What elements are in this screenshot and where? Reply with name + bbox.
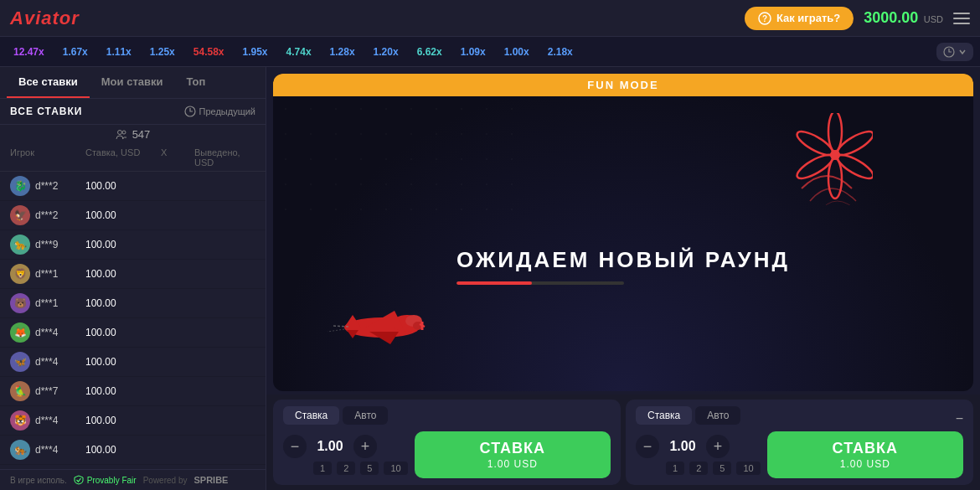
tab-top[interactable]: Топ: [174, 67, 217, 98]
bets-list: 🐉 d***2 100.00 🦅 d***2 100.00 🐆 d***9 10…: [0, 172, 266, 469]
user-count-value: 547: [132, 128, 151, 141]
player-name: d***4: [35, 356, 58, 368]
quick-3-1[interactable]: 5: [360, 462, 379, 475]
col-bet: Ставка, USD: [85, 147, 161, 168]
header-right: ? Как играть? 3000.00 USD: [745, 7, 970, 30]
player-name: d***4: [35, 327, 58, 338]
mult-item-12[interactable]: 1.00x: [498, 44, 536, 60]
minus-btn-2[interactable]: −: [636, 435, 659, 458]
player-cell: 🐯 d***4: [10, 410, 85, 431]
bet-panel-2-bottom: − 1.00 + 1 2 5 10 СТАВКА 1.00 U: [636, 431, 963, 478]
quick-1-1[interactable]: 1: [313, 462, 332, 475]
player-name: d***2: [35, 180, 58, 192]
quick-3-2[interactable]: 5: [713, 462, 731, 475]
player-cell: 🐅 d***4: [10, 440, 85, 460]
col-x: X: [161, 147, 194, 168]
chevron-down-icon: [958, 48, 967, 56]
svg-point-5: [122, 131, 126, 134]
avatar: 🦋: [10, 352, 30, 372]
remove-panel-btn[interactable]: −: [956, 411, 963, 426]
bet-tab-2-auto[interactable]: Авто: [695, 406, 740, 425]
player-cell: 🦅 d***2: [10, 205, 85, 225]
mult-item-13[interactable]: 2.18x: [541, 44, 580, 60]
bet-tab-2-bet[interactable]: Ставка: [636, 406, 692, 425]
waiting-section: ОЖИДАЕМ НОВЫЙ РАУНД: [456, 230, 790, 285]
table-row: 🐻 d***1 100.00: [0, 289, 266, 318]
stake-label-2: СТАВКА: [767, 440, 963, 458]
table-row: 🐯 d***4 100.00: [0, 406, 266, 436]
game-area: ОЖИДАЕМ НОВЫЙ РАУНД: [273, 96, 973, 385]
player-name: d***4: [35, 415, 58, 426]
progress-fill: [456, 281, 532, 285]
mult-item-6[interactable]: 1.95x: [236, 44, 275, 60]
stake-amount-2: 1.00 USD: [767, 458, 963, 470]
avatar: 🦁: [10, 264, 30, 284]
bet-panel-1: Ставка Авто − 1.00 + 1 2 5: [273, 400, 621, 485]
bet-tab-1-auto[interactable]: Авто: [343, 406, 388, 425]
how-to-play-button[interactable]: ? Как играть?: [745, 7, 854, 30]
bet-panel-2-tabs: Ставка Авто: [636, 406, 740, 425]
panel-title: ВСЕ СТАВКИ: [10, 106, 82, 117]
avatar: 🦜: [10, 381, 30, 401]
tab-my-bets[interactable]: Мои ставки: [90, 67, 175, 98]
player-cell: 🦜 d***7: [10, 381, 85, 401]
col-player: Игрок: [10, 147, 85, 168]
player-cell: 🦋 d***4: [10, 352, 85, 372]
player-name: d***4: [35, 444, 58, 456]
quick-4-1[interactable]: 10: [384, 462, 407, 475]
bet-tab-1-bet[interactable]: Ставка: [283, 406, 339, 425]
mult-item-9[interactable]: 1.20x: [367, 44, 405, 60]
player-cell: 🦁 d***1: [10, 264, 85, 284]
mult-item-4[interactable]: 1.25x: [143, 44, 182, 60]
player-cell: 🐉 d***2: [10, 176, 85, 196]
table-row: 🦁 d***1 100.00: [0, 260, 266, 289]
stepper-2: − 1.00 +: [636, 435, 761, 458]
stake-button-2[interactable]: СТАВКА 1.00 USD: [767, 431, 963, 478]
bet-panel-1-tabs: Ставка Авто: [283, 406, 611, 425]
quick-2-1[interactable]: 2: [337, 462, 355, 475]
mult-item-8[interactable]: 1.28x: [323, 44, 362, 60]
col-withdrawn: Выведено, USD: [194, 147, 255, 168]
avatar: 🐆: [10, 235, 30, 255]
history-button[interactable]: [936, 43, 973, 61]
mult-item-10[interactable]: 6.62x: [410, 44, 449, 60]
table-row: 🐅 d***4 100.00: [0, 436, 266, 465]
prev-button[interactable]: Предыдущий: [184, 106, 255, 117]
plane-icon: [323, 290, 441, 360]
mult-item-1[interactable]: 12.47x: [7, 44, 51, 60]
stake-button-1[interactable]: СТАВКА 1.00 USD: [415, 431, 611, 478]
stake-label-1: СТАВКА: [415, 440, 611, 458]
player-name: d***1: [35, 297, 58, 309]
minus-btn-1[interactable]: −: [283, 435, 307, 458]
provably-fair[interactable]: Provably Fair: [74, 475, 137, 485]
bet-amount: 100.00: [85, 356, 161, 368]
quick-2-2[interactable]: 2: [689, 462, 708, 475]
table-row: 🦜 d***7 100.00: [0, 377, 266, 406]
waiting-text: ОЖИДАЕМ НОВЫЙ РАУНД: [456, 247, 790, 273]
progress-bar: [456, 281, 624, 285]
user-count: 547: [0, 125, 266, 144]
right-section: FUN MODE: [266, 67, 980, 490]
quick-4-2[interactable]: 10: [736, 462, 760, 475]
plus-btn-1[interactable]: +: [353, 435, 377, 458]
mult-item-11[interactable]: 1.09x: [454, 44, 493, 60]
quick-amounts-2: 1 2 5 10: [666, 462, 761, 475]
mult-item-3[interactable]: 1.11x: [100, 44, 138, 60]
menu-button[interactable]: [953, 13, 970, 24]
mult-item-5[interactable]: 54.58x: [187, 44, 231, 60]
quick-1-2[interactable]: 1: [666, 462, 684, 475]
tab-all-bets[interactable]: Все ставки: [7, 67, 90, 98]
fun-mode-banner: FUN MODE: [273, 74, 973, 96]
main-layout: Все ставки Мои ставки Топ ВСЕ СТАВКИ Пре…: [0, 67, 980, 490]
avatar: 🐉: [10, 176, 30, 196]
header: Aviator ? Как играть? 3000.00 USD: [0, 0, 980, 37]
bet-amount: 100.00: [85, 297, 161, 309]
table-row: 🐆 d***9 100.00: [0, 230, 266, 260]
spribe-label: SPRIBE: [193, 475, 228, 485]
player-name: d***7: [35, 385, 58, 397]
svg-point-4: [117, 130, 121, 134]
mult-item-2[interactable]: 1.67x: [56, 44, 95, 60]
plus-btn-2[interactable]: +: [706, 435, 730, 458]
mult-item-7[interactable]: 4.74x: [280, 44, 318, 60]
bet-amount: 100.00: [85, 209, 161, 221]
